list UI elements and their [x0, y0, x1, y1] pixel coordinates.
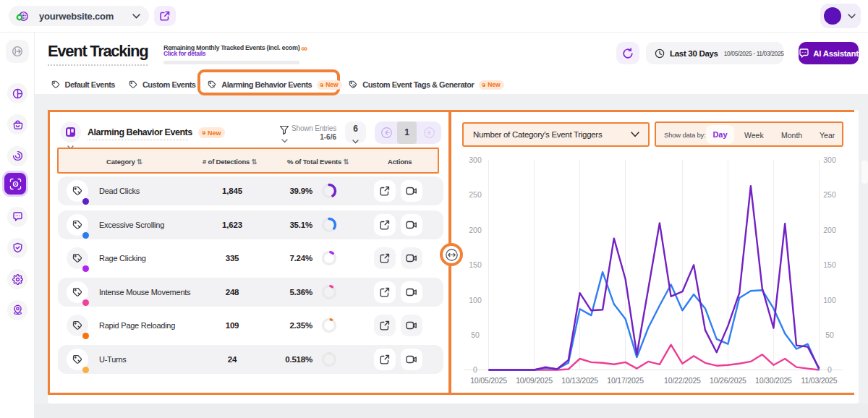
svg-text:150: 150 — [469, 260, 482, 269]
svg-text:150: 150 — [823, 260, 836, 269]
svg-text:250: 250 — [469, 190, 482, 199]
svg-text:10/30/2025: 10/30/2025 — [755, 376, 792, 385]
svg-text:10/22/2025: 10/22/2025 — [664, 376, 701, 385]
svg-text:50: 50 — [825, 330, 834, 339]
svg-text:10/26/2025: 10/26/2025 — [710, 376, 746, 385]
svg-text:10/09/2025: 10/09/2025 — [516, 376, 553, 385]
svg-text:0: 0 — [473, 365, 477, 374]
svg-text:200: 200 — [469, 226, 482, 234]
svg-text:0: 0 — [827, 365, 832, 374]
svg-text:10/13/2025: 10/13/2025 — [561, 376, 598, 385]
svg-text:200: 200 — [823, 226, 836, 234]
svg-text:300: 300 — [823, 155, 836, 164]
svg-text:250: 250 — [823, 190, 836, 199]
svg-text:11/03/2025: 11/03/2025 — [801, 376, 838, 385]
svg-text:10/17/2025: 10/17/2025 — [607, 376, 644, 385]
svg-text:50: 50 — [471, 330, 480, 339]
svg-text:100: 100 — [469, 296, 482, 304]
svg-text:100: 100 — [823, 296, 836, 304]
svg-text:300: 300 — [469, 155, 482, 164]
svg-text:10/05/2025: 10/05/2025 — [470, 376, 507, 385]
